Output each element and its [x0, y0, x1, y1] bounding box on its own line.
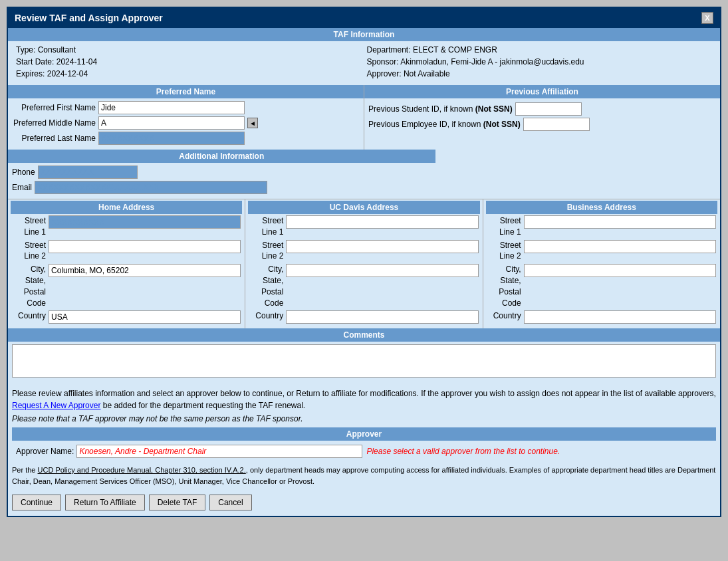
not-ssn-label: (Not SSN) — [475, 104, 513, 114]
expires-value: 2024-12-04 — [47, 69, 88, 78]
employee-id-label: Previous Employee ID, if known (Not SSN) — [368, 120, 523, 129]
preferred-name-header: Preferred Name — [8, 85, 364, 98]
close-button[interactable]: X — [701, 12, 713, 24]
home-street2-input[interactable] — [49, 240, 241, 253]
ucd-street2-input[interactable] — [286, 240, 478, 253]
policy-text: Per the UCD Policy and Procedure Manual,… — [12, 465, 716, 487]
student-id-label: Previous Student ID, if known (Not SSN) — [368, 104, 515, 114]
department-value: ELECT & COMP ENGR — [413, 45, 497, 55]
italic-note: Please note that a TAF approver may not … — [12, 414, 716, 423]
biz-street1-label: StreetLine 1 — [487, 215, 524, 238]
biz-street1-input[interactable] — [524, 215, 716, 229]
employee-id-row: Previous Employee ID, if known (Not SSN) — [368, 118, 716, 131]
preferred-name-panel: Preferred Name Preferred First Name Pref… — [8, 85, 364, 150]
biz-country-row: Country — [487, 310, 716, 324]
previous-affiliation-header: Previous Affiliation — [364, 85, 720, 98]
ucd-city-label: City,State,PostalCode — [249, 264, 286, 308]
email-input[interactable] — [35, 181, 267, 194]
student-id-input[interactable] — [515, 102, 582, 116]
taf-info-area: Type: Consultant Department: ELECT & COM… — [8, 41, 720, 85]
start-date-value: 2024-11-04 — [57, 57, 97, 66]
home-address-fields: StreetLine 1 StreetLine 2 City,State,Pos… — [11, 214, 242, 327]
preferred-name-fields: Preferred First Name Preferred Middle Na… — [8, 98, 364, 150]
phone-row: Phone — [12, 166, 716, 179]
first-name-input[interactable] — [98, 101, 245, 114]
sponsor-value: Akinmoladun, Femi-Jide A - jakinmola@ucd… — [400, 57, 584, 66]
ucd-address-header: UC Davis Address — [248, 201, 479, 214]
biz-street1-row: StreetLine 1 — [487, 215, 716, 238]
business-address-header: Business Address — [486, 201, 717, 214]
home-address-col: Home Address StreetLine 1 StreetLine 2 C… — [8, 199, 245, 328]
approver-name-label: Approver Name: — [16, 447, 74, 456]
home-city-row: City,State,PostalCode — [12, 264, 241, 308]
home-city-label: City,State,PostalCode — [12, 264, 49, 308]
sponsor-label: Sponsor: — [367, 57, 399, 66]
additional-info-header: Additional Information — [8, 150, 435, 163]
additional-info-fields: Phone Email — [8, 163, 720, 199]
address-section: Home Address StreetLine 1 StreetLine 2 C… — [8, 199, 720, 328]
home-country-row: Country — [12, 310, 241, 324]
home-country-input[interactable] — [49, 310, 241, 324]
ucd-street2-row: StreetLine 2 — [249, 240, 478, 263]
previous-affiliation-panel: Previous Affiliation Previous Student ID… — [364, 85, 720, 150]
comments-container: Comments — [8, 328, 720, 382]
home-street1-input[interactable] — [49, 215, 241, 229]
preferred-prev-container: Preferred Name Preferred First Name Pref… — [8, 85, 720, 150]
approver-section-header: Approver — [12, 427, 716, 441]
ucd-street2-label: StreetLine 2 — [249, 240, 286, 263]
biz-city-row: City,State,PostalCode — [487, 264, 716, 308]
title-bar: Review TAF and Assign Approver X — [8, 8, 720, 28]
expires-label: Expires: — [16, 69, 45, 78]
type-value: Consultant — [38, 45, 76, 55]
student-id-row: Previous Student ID, if known (Not SSN) — [368, 102, 716, 116]
home-city-input[interactable] — [49, 264, 241, 277]
last-name-label: Preferred Last Name — [12, 134, 98, 143]
continue-button[interactable]: Continue — [12, 495, 61, 510]
instruction-text: Please review affiliates information and… — [12, 388, 716, 411]
home-street2-row: StreetLine 2 — [12, 240, 241, 263]
email-row: Email — [12, 181, 716, 194]
return-to-affiliate-button[interactable]: Return To Affiliate — [65, 495, 145, 510]
instruction-text1: Please review affiliates information and… — [12, 389, 716, 398]
ucd-street1-row: StreetLine 1 — [249, 215, 478, 238]
comments-textarea[interactable] — [12, 344, 716, 378]
home-country-label: Country — [12, 310, 49, 322]
ucd-street1-label: StreetLine 1 — [249, 215, 286, 238]
ucd-country-label: Country — [249, 310, 286, 322]
ucd-country-input[interactable] — [286, 310, 478, 324]
delete-taf-button[interactable]: Delete TAF — [149, 495, 206, 510]
biz-country-input[interactable] — [524, 310, 716, 324]
policy-text1: Per the — [12, 466, 38, 474]
not-ssn-label2: (Not SSN) — [483, 120, 521, 129]
policy-link[interactable]: UCD Policy and Procedure Manual, Chapter… — [38, 466, 246, 474]
biz-street2-input[interactable] — [524, 240, 716, 253]
italic-note-text: Please note that a TAF approver may not … — [12, 414, 303, 423]
approver-name-input[interactable] — [76, 445, 362, 458]
phone-input[interactable] — [38, 166, 138, 179]
last-name-input[interactable] — [98, 132, 245, 145]
ucd-city-input[interactable] — [286, 264, 478, 277]
type-label: Type: — [16, 45, 35, 55]
biz-city-input[interactable] — [524, 264, 716, 277]
cancel-button[interactable]: Cancel — [209, 495, 251, 510]
approver-label: Approver: — [367, 69, 402, 78]
window-title: Review TAF and Assign Approver — [15, 13, 163, 23]
phone-label: Phone — [12, 168, 35, 177]
ucd-address-fields: StreetLine 1 StreetLine 2 City,State,Pos… — [248, 214, 479, 327]
collapse-button[interactable]: ◄ — [247, 118, 258, 128]
first-name-label: Preferred First Name — [12, 103, 98, 112]
business-address-col: Business Address StreetLine 1 StreetLine… — [483, 199, 720, 328]
additional-info-container: Additional Information Phone Email — [8, 150, 720, 199]
biz-city-label: City,State,PostalCode — [487, 264, 524, 308]
main-window: Review TAF and Assign Approver X TAF Inf… — [7, 7, 721, 517]
ucd-street1-input[interactable] — [286, 215, 478, 229]
last-name-row: Preferred Last Name — [12, 132, 360, 145]
biz-street2-label: StreetLine 2 — [487, 240, 524, 263]
approver-value: Not Available — [404, 69, 450, 78]
biz-street2-row: StreetLine 2 — [487, 240, 716, 263]
business-address-fields: StreetLine 1 StreetLine 2 City,State,Pos… — [486, 214, 717, 327]
request-approver-link[interactable]: Request A New Approver — [12, 401, 100, 410]
middle-name-input[interactable] — [98, 116, 245, 130]
employee-id-input[interactable] — [523, 118, 590, 131]
home-street2-label: StreetLine 2 — [12, 240, 49, 263]
